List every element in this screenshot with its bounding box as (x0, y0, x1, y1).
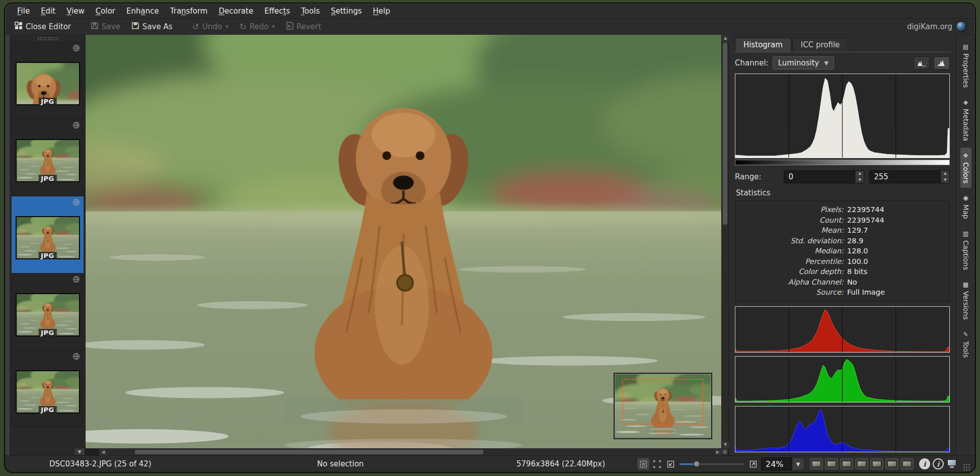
fit-to-selection-button[interactable] (638, 458, 649, 469)
undo-button[interactable]: ↺ Undo ▾ (189, 20, 232, 33)
window-resize-grip[interactable] (963, 463, 970, 470)
spin-up-icon[interactable]: ▲ (856, 171, 864, 177)
redo-button[interactable]: ↻ Redo ▾ (236, 20, 278, 33)
stat-row: Mean:129.7 (740, 225, 944, 236)
editor-canvas[interactable]: ▲ ▼ ◀ ▶ ✛ (86, 35, 728, 455)
range-max-spinbox[interactable]: 255 ▲▼ (869, 170, 950, 183)
thumbnail-image[interactable]: JPG (16, 293, 80, 336)
thumbnail-image[interactable]: JPG (16, 216, 80, 259)
luminosity-histogram[interactable] (735, 74, 950, 158)
preview-mode-button-7[interactable] (900, 458, 914, 469)
side-tab-properties[interactable]: ▤Properties (960, 39, 971, 92)
preview-mode-button-2[interactable] (825, 458, 838, 469)
menu-bar: FileEditViewColorEnhanceTransformDecorat… (5, 4, 975, 19)
zoom-dropdown-icon[interactable]: ▼ (792, 457, 804, 470)
scroll-up-button[interactable]: ▲ (722, 35, 729, 42)
revert-button[interactable]: Revert (282, 20, 325, 33)
side-tab-tools[interactable]: ✎Tools (960, 326, 971, 362)
side-tab-metadata[interactable]: ◈Metadata (960, 94, 971, 146)
captions-icon: ▥ (962, 230, 969, 237)
thumbnail-image[interactable]: JPG (16, 370, 80, 414)
vertical-scroll-thumb[interactable] (723, 43, 727, 225)
thumbnail-item[interactable]: JPG (12, 274, 84, 350)
thumbnail-item-selected[interactable]: JPG (12, 196, 84, 273)
spin-down-icon[interactable]: ▼ (941, 177, 949, 183)
channel-select[interactable]: Luminosity ▼ (773, 56, 834, 70)
tab-icc-profile[interactable]: ICC profile (792, 38, 849, 52)
vertical-scrollbar[interactable]: ▲ ▼ (721, 35, 728, 448)
toolbar-separator (81, 22, 81, 32)
properties-icon: ▤ (962, 43, 969, 50)
fit-to-window-button[interactable] (651, 458, 662, 469)
zoom-out-button[interactable] (665, 458, 676, 469)
thumbnail-image[interactable]: JPG (16, 139, 80, 182)
menu-item-settings[interactable]: Settings (326, 5, 367, 18)
thumbbar-drag-handle[interactable] (10, 35, 85, 42)
spin-up-icon[interactable]: ▲ (941, 171, 949, 177)
preview-mode-button-5[interactable] (870, 458, 883, 469)
menu-item-edit[interactable]: Edit (36, 5, 60, 18)
menu-item-decorate[interactable]: Decorate (213, 5, 258, 18)
side-tab-label: Properties (962, 53, 970, 88)
menu-item-help[interactable]: Help (368, 5, 395, 18)
zoom-level-value[interactable]: 24% (761, 457, 792, 470)
preview-mode-button-3[interactable] (840, 458, 853, 469)
scroll-down-button[interactable]: ▼ (722, 441, 729, 448)
side-tab-map[interactable]: ◉Map (960, 190, 971, 224)
pan-button[interactable]: ✛ (721, 448, 728, 455)
about-info-button[interactable]: i (933, 458, 944, 469)
spin-down-icon[interactable]: ▼ (856, 177, 864, 183)
save-button[interactable]: Save (87, 20, 124, 33)
menu-item-enhance[interactable]: Enhance (121, 5, 164, 18)
thumbbar-scroll-down-button[interactable]: ▼ (74, 448, 85, 455)
logarithmic-scale-button[interactable] (934, 56, 950, 70)
zoom-level-combo[interactable]: 24% ▼ (761, 457, 804, 470)
range-min-spinbox[interactable]: 0 ▲▼ (784, 170, 864, 183)
zoom-slider[interactable] (680, 460, 744, 467)
side-tab-versions[interactable]: ▦Versions (960, 277, 971, 324)
stat-label: Pixels: (740, 205, 847, 215)
image-info-button[interactable]: i (919, 458, 930, 469)
color-managed-view-button[interactable] (946, 458, 958, 469)
close-editor-button[interactable]: Close Editor (11, 20, 74, 33)
navigator-visible-region[interactable] (622, 379, 704, 425)
histogram-panel: Channel: Luminosity ▼ (734, 52, 952, 453)
close-editor-label: Close Editor (26, 22, 71, 31)
stat-value: 129.7 (847, 225, 944, 236)
save-as-button[interactable]: Save As (128, 20, 176, 33)
save-as-icon (131, 22, 139, 32)
scroll-right-button[interactable]: ▶ (714, 449, 721, 456)
digikam-logo-icon (956, 21, 967, 32)
preview-mode-button-6[interactable] (885, 458, 898, 469)
tab-histogram[interactable]: Histogram (735, 38, 791, 52)
menu-item-color[interactable]: Color (91, 5, 120, 18)
save-label: Save (102, 22, 120, 31)
linear-scale-button[interactable] (914, 56, 930, 70)
horizontal-scroll-thumb[interactable] (135, 450, 483, 454)
side-tab-captions[interactable]: ▥Captions (960, 226, 971, 275)
side-tab-colors[interactable]: ❖Colors (960, 148, 971, 188)
menu-item-tools[interactable]: Tools (296, 5, 325, 18)
image-view[interactable] (86, 35, 721, 448)
horizontal-scrollbar[interactable]: ◀ ▶ (100, 448, 721, 455)
zoom-in-button[interactable] (747, 458, 759, 469)
zoom-slider-handle[interactable] (694, 461, 700, 467)
left-edge-splitter[interactable] (5, 35, 10, 455)
preview-mode-button-4[interactable] (855, 458, 868, 469)
preview-buttons (810, 458, 914, 469)
preview-mode-button-1[interactable] (810, 458, 823, 469)
thumbnail-image[interactable]: JPG (16, 62, 80, 105)
stat-value: 28.9 (847, 236, 944, 246)
stat-row: Count:22395744 (740, 215, 944, 226)
thumbnail-item[interactable]: JPG (12, 119, 84, 196)
menu-item-transform[interactable]: Transform (165, 5, 213, 18)
menu-item-file[interactable]: File (12, 5, 35, 18)
menu-item-view[interactable]: View (61, 5, 90, 18)
thumbnail-item[interactable]: JPG (12, 42, 84, 119)
preview-thumbnail-icon (827, 461, 836, 467)
pan-navigator[interactable] (615, 374, 711, 438)
menu-item-effects[interactable]: Effects (259, 5, 295, 18)
thumbnail-item[interactable]: JPG (12, 351, 84, 427)
side-tab-label: Metadata (962, 109, 970, 141)
scroll-left-button[interactable]: ◀ (100, 449, 107, 456)
